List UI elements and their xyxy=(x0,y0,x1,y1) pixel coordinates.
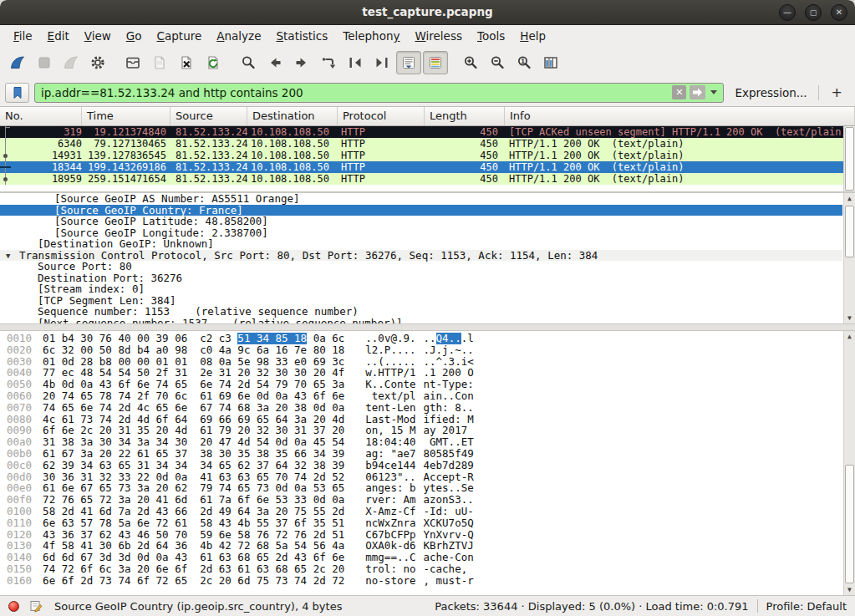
packet-row[interactable]: 18344199.14326918681.52.133.2410.108.108… xyxy=(0,161,844,173)
detail-line[interactable]: ▼Transmission Control Protocol, Src Port… xyxy=(0,250,842,262)
hex-row[interactable]: 00f072 76 65 72 3a 20 41 6d61 7a 6f 6e 5… xyxy=(0,494,842,506)
scrollbar-thumb[interactable] xyxy=(845,465,854,583)
go-first-packet-button[interactable] xyxy=(343,51,368,74)
scroll-up-arrow[interactable]: ▲ xyxy=(844,331,855,342)
hex-row[interactable]: 00a031 38 3a 30 34 3a 34 3020 47 4d 54 0… xyxy=(0,436,842,448)
menu-go[interactable]: Go xyxy=(119,27,150,45)
scroll-down-arrow[interactable]: ▼ xyxy=(844,313,855,323)
resize-columns-button[interactable] xyxy=(538,51,563,74)
column-header-length[interactable]: Length xyxy=(425,107,505,125)
column-header-info[interactable]: Info xyxy=(505,107,855,125)
capture-options-button[interactable] xyxy=(85,51,110,74)
detail-line[interactable]: [Destination GeoIP: Unknown] xyxy=(0,238,842,250)
go-to-packet-button[interactable] xyxy=(316,51,341,74)
packet-row[interactable]: 14931139.12783654581.52.133.2410.108.108… xyxy=(0,150,844,161)
expand-arrow-icon[interactable]: ▼ xyxy=(6,251,10,262)
menu-tools[interactable]: Tools xyxy=(470,27,512,45)
packet-row[interactable]: 18959259.15147165481.52.133.2410.108.108… xyxy=(0,173,844,185)
column-header-no[interactable]: No. xyxy=(0,107,82,125)
display-filter-field[interactable]: ✕ xyxy=(34,83,724,103)
reload-file-button[interactable] xyxy=(201,51,226,74)
go-back-button[interactable] xyxy=(262,51,288,74)
stop-capture-button[interactable] xyxy=(32,51,57,74)
go-forward-button[interactable] xyxy=(289,51,314,74)
expert-info-icon[interactable] xyxy=(8,601,19,612)
menu-help[interactable]: Help xyxy=(512,27,553,45)
open-file-button[interactable] xyxy=(120,51,145,74)
column-header-source[interactable]: Source xyxy=(170,107,247,125)
scrollbar-thumb[interactable] xyxy=(845,206,854,257)
close-button[interactable]: ✕ xyxy=(831,4,847,21)
save-file-button[interactable] xyxy=(147,51,172,74)
hex-row[interactable]: 00906f 6e 2c 20 31 35 20 4d61 79 20 32 3… xyxy=(0,425,842,436)
auto-scroll-button[interactable] xyxy=(396,51,421,74)
detail-line[interactable]: Destination Port: 36276 xyxy=(0,272,842,284)
menu-file[interactable]: File xyxy=(6,27,40,45)
zoom-in-button[interactable] xyxy=(458,51,483,74)
packet-row[interactable]: 634079.12713046581.52.133.2410.108.108.5… xyxy=(0,138,844,150)
hex-row[interactable]: 01304f 58 41 30 6b 2d 64 364b 42 72 68 5… xyxy=(0,540,842,552)
zoom-out-button[interactable] xyxy=(485,51,510,74)
hex-row[interactable]: 015074 72 6f 6c 3a 20 6e 6f2d 63 61 63 6… xyxy=(0,563,842,575)
detail-line[interactable]: [Source GeoIP AS Number: AS5511 Orange] xyxy=(0,193,842,205)
hex-row[interactable]: 006020 74 65 78 74 2f 70 6c61 69 6e 0d 0… xyxy=(0,390,842,402)
find-packet-button[interactable] xyxy=(236,51,261,74)
menu-telephony[interactable]: Telephony xyxy=(335,27,407,45)
menu-wireless[interactable]: Wireless xyxy=(407,27,470,45)
hex-row[interactable]: 004077 ec 48 54 54 50 2f 312e 31 20 32 3… xyxy=(0,367,842,379)
detail-line[interactable]: [Source GeoIP Country: France] xyxy=(0,205,842,216)
detail-line[interactable]: [Next sequence number: 1537 (relative se… xyxy=(0,318,842,324)
scrollbar-thumb[interactable] xyxy=(845,127,854,191)
detail-line[interactable]: [Source GeoIP Latitude: 48.858200] xyxy=(0,216,842,227)
menu-analyze[interactable]: Analyze xyxy=(209,27,268,45)
menu-edit[interactable]: Edit xyxy=(40,27,77,45)
profile-status[interactable]: Profile: Default xyxy=(766,600,847,613)
maximize-button[interactable]: ▢ xyxy=(805,4,822,21)
hex-row[interactable]: 00e061 6e 67 65 73 3a 20 6279 74 65 73 0… xyxy=(0,482,842,494)
restart-capture-button[interactable] xyxy=(59,51,84,74)
minimize-button[interactable]: — xyxy=(779,4,796,21)
pane-splitter-bottom[interactable] xyxy=(0,323,855,331)
menu-statistics[interactable]: Statistics xyxy=(268,27,335,45)
details-scrollbar[interactable]: ▲ ▼ xyxy=(843,193,855,323)
packet-row[interactable]: 31919.12137484081.52.133.2410.108.108.50… xyxy=(0,126,844,138)
colorize-button[interactable] xyxy=(423,51,448,74)
scroll-up-arrow[interactable]: ▲ xyxy=(844,193,855,204)
detail-line[interactable]: [Stream index: 0] xyxy=(0,283,842,295)
filter-apply-button[interactable] xyxy=(690,85,705,99)
start-capture-button[interactable] xyxy=(5,51,30,74)
filter-history-dropdown[interactable] xyxy=(710,90,717,94)
zoom-original-button[interactable]: 1 xyxy=(511,51,537,74)
detail-line[interactable]: Source Port: 80 xyxy=(0,261,842,272)
detail-line[interactable]: [TCP Segment Len: 384] xyxy=(0,295,842,307)
add-filter-button[interactable]: + xyxy=(824,84,850,100)
menu-capture[interactable]: Capture xyxy=(150,27,210,45)
expression-button[interactable]: Expression... xyxy=(729,86,812,99)
hex-row[interactable]: 007074 65 6e 74 2d 4c 65 6e67 74 68 3a 2… xyxy=(0,402,842,414)
hex-row[interactable]: 00504b 0d 0a 43 6f 6e 74 656e 74 2d 54 7… xyxy=(0,379,842,390)
hex-row[interactable]: 010058 2d 41 6d 7a 2d 43 662d 49 64 3a 2… xyxy=(0,506,842,517)
column-header-protocol[interactable]: Protocol xyxy=(338,107,425,125)
hex-row[interactable]: 00b061 67 3a 20 22 61 65 3738 30 35 38 3… xyxy=(0,448,842,460)
go-last-packet-button[interactable] xyxy=(369,51,394,74)
capture-comment-icon[interactable] xyxy=(29,599,43,613)
hex-row[interactable]: 003001 0d 28 b8 00 00 01 0108 0a 5e 98 3… xyxy=(0,356,842,368)
detail-line[interactable]: Sequence number: 1153 (relative sequence… xyxy=(0,306,842,318)
filter-bookmark-button[interactable] xyxy=(5,83,29,103)
hex-row[interactable]: 00206c 32 00 50 8d b4 a0 98c0 4a 9c 6a 1… xyxy=(0,344,842,356)
hex-row[interactable]: 00c062 39 34 63 65 31 34 3434 65 62 37 6… xyxy=(0,460,842,471)
display-filter-input[interactable] xyxy=(39,85,669,100)
close-file-button[interactable] xyxy=(174,51,199,74)
hex-row[interactable]: 01406d 6d 67 3d 3d 0d 0a 4361 63 68 65 2… xyxy=(0,552,842,563)
menu-view[interactable]: View xyxy=(77,27,119,45)
column-header-destination[interactable]: Destination xyxy=(247,107,338,125)
hex-row[interactable]: 012043 36 37 62 43 46 50 7059 6e 58 76 7… xyxy=(0,529,842,541)
filter-clear-button[interactable]: ✕ xyxy=(672,85,686,99)
packet-list-scrollbar[interactable] xyxy=(843,126,855,191)
hex-scrollbar[interactable]: ▲ ▼ xyxy=(843,331,855,595)
hex-row[interactable]: 00804c 61 73 74 2d 4d 6f 6469 66 69 65 6… xyxy=(0,414,842,425)
hex-row[interactable]: 001001 b4 30 76 40 00 39 06c2 c3 51 34 8… xyxy=(0,333,842,344)
scroll-down-arrow[interactable]: ▼ xyxy=(844,584,855,595)
detail-line[interactable]: [Source GeoIP Longitude: 2.338700] xyxy=(0,227,842,239)
hex-row[interactable]: 00d030 36 31 32 33 22 0d 0a41 63 63 65 7… xyxy=(0,471,842,483)
